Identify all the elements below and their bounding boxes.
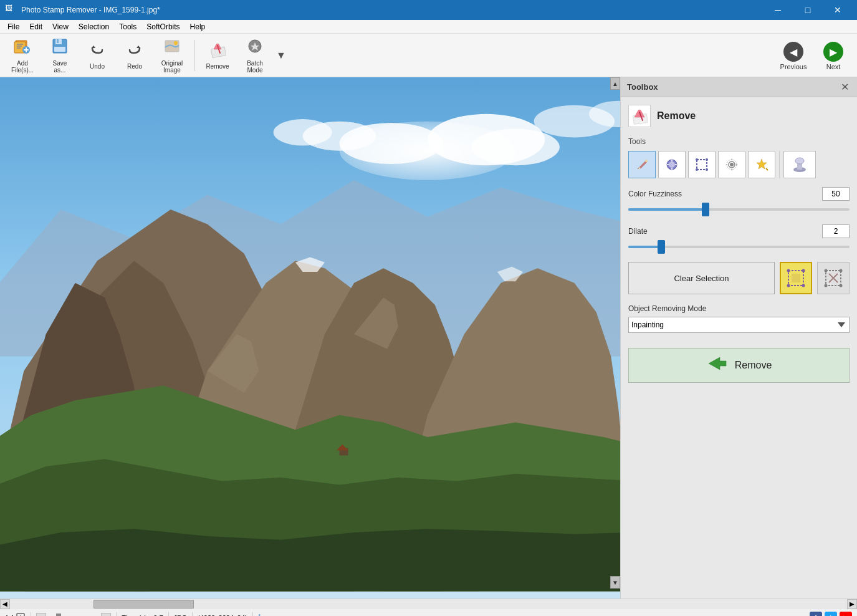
- next-button[interactable]: ▶ Next: [815, 36, 852, 76]
- scroll-down-button[interactable]: ▼: [610, 576, 620, 589]
- previous-label: Previous: [780, 63, 807, 70]
- zoom-slider-thumb[interactable]: [56, 614, 61, 617]
- svg-point-8: [174, 41, 178, 45]
- remove-action-icon: [706, 352, 729, 379]
- redo-button[interactable]: Redo: [117, 37, 152, 74]
- app-icon: 🖼: [5, 4, 17, 16]
- settings-tool-button[interactable]: [718, 151, 745, 178]
- toolbox-title: Toolbox: [627, 82, 658, 92]
- pencil-tool-button[interactable]: [628, 151, 656, 178]
- tools-row: [628, 151, 850, 178]
- close-button[interactable]: ✕: [823, 0, 852, 20]
- time-label: Time (s):: [122, 614, 148, 617]
- time-value: 0.7: [153, 614, 163, 617]
- window-title: Photo Stamp Remover - IMG_1599-1.jpg*: [21, 6, 764, 14]
- previous-icon: ◀: [783, 42, 803, 62]
- batch-mode-button[interactable]: BatchMode: [237, 37, 272, 74]
- image-canvas: [0, 77, 620, 599]
- add-files-button[interactable]: AddFile(s)...: [5, 37, 40, 74]
- remove-button[interactable]: Remove: [200, 37, 235, 74]
- minimize-button[interactable]: ─: [764, 0, 792, 20]
- main-area: ▲ ▼ Toolbox ✕ Remove Tools: [0, 77, 857, 599]
- zoom-plus-button[interactable]: +: [101, 613, 111, 617]
- color-fuzziness-thumb[interactable]: [702, 203, 709, 216]
- remove-header: Remove: [628, 105, 850, 127]
- dilate-label: Dilate: [628, 227, 648, 236]
- clear-selection-button[interactable]: Clear Selection: [628, 262, 775, 294]
- remove-title: Remove: [657, 110, 696, 122]
- save-as-icon: [51, 37, 69, 59]
- svg-marker-29: [0, 529, 620, 591]
- color-fuzziness-section: Color Fuzziness 50: [628, 187, 850, 216]
- format-value: JPG: [174, 614, 187, 617]
- menu-edit[interactable]: Edit: [24, 20, 47, 34]
- more-button[interactable]: ▼: [275, 37, 287, 74]
- status-sep-5: [252, 612, 253, 617]
- selection-active-button[interactable]: [780, 262, 812, 294]
- svg-rect-6: [54, 47, 65, 52]
- add-files-icon: [14, 37, 31, 59]
- menu-selection[interactable]: Selection: [74, 20, 114, 34]
- scroll-left-button[interactable]: ◀: [0, 599, 10, 609]
- scroll-track[interactable]: [10, 599, 847, 609]
- stamp-tool-button[interactable]: [783, 151, 816, 178]
- toolbox-header: Toolbox ✕: [621, 77, 857, 97]
- redo-icon: [126, 41, 143, 62]
- youtube-icon[interactable]: ▶: [840, 612, 852, 617]
- original-image-icon: [163, 37, 181, 59]
- dilate-thumb[interactable]: [658, 240, 665, 254]
- original-image-label: OriginalImage: [161, 60, 183, 74]
- menu-tools[interactable]: Tools: [114, 20, 141, 34]
- maximize-button[interactable]: □: [793, 0, 822, 20]
- color-fuzziness-label: Color Fuzziness: [628, 190, 682, 198]
- menu-view[interactable]: View: [47, 20, 74, 34]
- info-button[interactable]: ℹ: [258, 614, 261, 616]
- menu-file[interactable]: File: [2, 20, 24, 34]
- svg-point-48: [706, 168, 708, 171]
- image-area[interactable]: ▲ ▼: [0, 77, 620, 599]
- zoom-minus-button[interactable]: -: [36, 613, 46, 617]
- selection-inactive-button[interactable]: [817, 262, 850, 294]
- twitter-icon[interactable]: t: [825, 612, 837, 617]
- facebook-icon[interactable]: f: [810, 612, 822, 617]
- status-sep-2: [116, 612, 117, 617]
- object-removing-mode-section: Object Removing Mode Inpainting Smart Fi…: [628, 304, 850, 333]
- svg-point-65: [840, 269, 843, 272]
- svg-point-64: [825, 269, 828, 272]
- svg-marker-70: [709, 357, 726, 370]
- mode-select[interactable]: Inpainting Smart Fill Blur: [628, 317, 850, 333]
- dimensions-value: (4032x3024x24): [198, 614, 247, 617]
- svg-rect-5: [57, 39, 59, 43]
- svg-point-66: [825, 284, 828, 287]
- title-bar: 🖼 Photo Stamp Remover - IMG_1599-1.jpg* …: [0, 0, 857, 20]
- dilate-slider-row: [628, 241, 850, 253]
- tools-separator: [779, 151, 780, 178]
- magic-wand-tool-button[interactable]: [658, 151, 686, 178]
- dilate-value[interactable]: 2: [822, 224, 850, 238]
- rect-selection-tool-button[interactable]: [688, 151, 716, 178]
- undo-icon: [89, 41, 106, 62]
- undo-button[interactable]: Undo: [80, 37, 115, 74]
- remove-action-button[interactable]: Remove: [628, 348, 850, 383]
- scroll-handle[interactable]: [93, 600, 194, 609]
- zoom-slider-control: - +: [36, 613, 111, 617]
- scroll-right-button[interactable]: ▶: [847, 599, 857, 609]
- original-image-button[interactable]: OriginalImage: [155, 37, 189, 74]
- next-icon: ▶: [823, 42, 843, 62]
- svg-point-17: [274, 119, 332, 145]
- svg-point-59: [802, 269, 805, 272]
- magic-star-tool-button[interactable]: [748, 151, 775, 178]
- remove-icon-box: [628, 105, 651, 127]
- zoom-level: 1:1: [5, 614, 14, 617]
- status-bar: 1:1 - + Time (s): 0.7 JPG (4032x3024x24)…: [0, 609, 857, 616]
- toolbox-content: Remove Tools: [621, 97, 857, 599]
- color-fuzziness-value[interactable]: 50: [822, 187, 850, 201]
- menu-softorbits[interactable]: SoftOrbits: [141, 20, 184, 34]
- color-fuzziness-label-row: Color Fuzziness 50: [628, 187, 850, 201]
- menu-help[interactable]: Help: [185, 20, 211, 34]
- toolbox-close-button[interactable]: ✕: [838, 81, 851, 94]
- scroll-up-button[interactable]: ▲: [610, 77, 620, 90]
- previous-button[interactable]: ◀ Previous: [775, 36, 812, 76]
- save-as-button[interactable]: Saveas...: [42, 37, 77, 74]
- status-sep-1: [31, 612, 31, 617]
